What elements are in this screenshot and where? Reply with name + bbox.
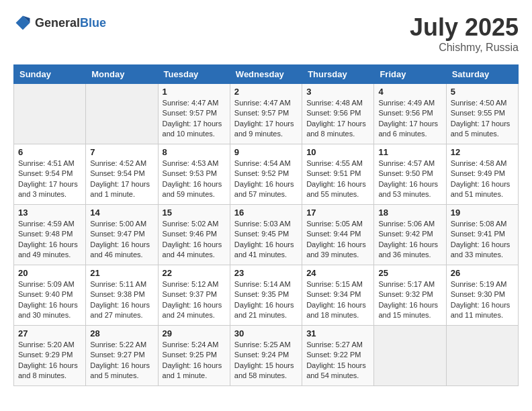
day-info: Sunrise: 4:48 AM Sunset: 9:56 PM Dayligh… [306, 98, 369, 140]
day-info: Sunrise: 4:49 AM Sunset: 9:56 PM Dayligh… [378, 98, 441, 140]
calendar-cell: 20Sunrise: 5:09 AM Sunset: 9:40 PM Dayli… [14, 265, 86, 326]
logo: GeneralBlue [13, 13, 106, 32]
calendar-cell: 24Sunrise: 5:15 AM Sunset: 9:34 PM Dayli… [302, 265, 374, 326]
day-info: Sunrise: 5:25 AM Sunset: 9:24 PM Dayligh… [234, 340, 298, 381]
weekday-sunday: Sunday [14, 65, 86, 84]
day-info: Sunrise: 5:08 AM Sunset: 9:41 PM Dayligh… [451, 219, 514, 261]
day-number: 16 [234, 208, 298, 218]
day-info: Sunrise: 5:02 AM Sunset: 9:46 PM Dayligh… [163, 219, 226, 261]
day-number: 2 [234, 87, 298, 97]
day-number: 23 [234, 268, 298, 278]
day-number: 12 [451, 147, 514, 157]
day-number: 28 [90, 328, 153, 338]
day-info: Sunrise: 5:20 AM Sunset: 9:29 PM Dayligh… [18, 340, 81, 381]
calendar-cell: 14Sunrise: 5:00 AM Sunset: 9:47 PM Dayli… [86, 205, 158, 265]
week-row-2: 6Sunrise: 4:51 AM Sunset: 9:54 PM Daylig… [14, 144, 519, 205]
calendar-cell [446, 326, 518, 386]
weekday-friday: Friday [374, 65, 446, 84]
day-info: Sunrise: 5:03 AM Sunset: 9:45 PM Dayligh… [234, 219, 298, 261]
calendar-location: Chishmy, Russia [410, 42, 519, 54]
weekday-wednesday: Wednesday [230, 65, 302, 84]
calendar-cell: 19Sunrise: 5:08 AM Sunset: 9:41 PM Dayli… [446, 205, 518, 265]
day-info: Sunrise: 4:52 AM Sunset: 9:54 PM Dayligh… [90, 158, 153, 200]
calendar-title: July 2025 [410, 13, 519, 42]
day-info: Sunrise: 4:50 AM Sunset: 9:55 PM Dayligh… [451, 98, 514, 140]
day-number: 22 [163, 268, 226, 278]
calendar-cell: 28Sunrise: 5:22 AM Sunset: 9:27 PM Dayli… [86, 326, 158, 386]
calendar-cell: 17Sunrise: 5:05 AM Sunset: 9:44 PM Dayli… [302, 205, 374, 265]
logo-icon [13, 13, 32, 32]
calendar-cell: 6Sunrise: 4:51 AM Sunset: 9:54 PM Daylig… [14, 144, 86, 205]
calendar-cell: 5Sunrise: 4:50 AM Sunset: 9:55 PM Daylig… [446, 84, 518, 144]
day-number: 13 [18, 208, 81, 218]
calendar-table: SundayMondayTuesdayWednesdayThursdayFrid… [13, 64, 519, 386]
calendar-cell: 3Sunrise: 4:48 AM Sunset: 9:56 PM Daylig… [302, 84, 374, 144]
weekday-saturday: Saturday [446, 65, 518, 84]
week-row-3: 13Sunrise: 4:59 AM Sunset: 9:48 PM Dayli… [14, 205, 519, 265]
calendar-cell: 4Sunrise: 4:49 AM Sunset: 9:56 PM Daylig… [374, 84, 446, 144]
day-info: Sunrise: 5:22 AM Sunset: 9:27 PM Dayligh… [90, 340, 153, 381]
week-row-1: 1Sunrise: 4:47 AM Sunset: 9:57 PM Daylig… [14, 84, 519, 144]
calendar-cell: 26Sunrise: 5:19 AM Sunset: 9:30 PM Dayli… [446, 265, 518, 326]
day-number: 7 [90, 147, 153, 157]
day-info: Sunrise: 5:00 AM Sunset: 9:47 PM Dayligh… [90, 219, 153, 261]
calendar-cell: 12Sunrise: 4:58 AM Sunset: 9:49 PM Dayli… [446, 144, 518, 205]
day-number: 19 [451, 208, 514, 218]
day-number: 30 [234, 328, 298, 338]
day-info: Sunrise: 5:09 AM Sunset: 9:40 PM Dayligh… [18, 279, 81, 321]
day-number: 9 [234, 147, 298, 157]
calendar-cell: 29Sunrise: 5:24 AM Sunset: 9:25 PM Dayli… [158, 326, 230, 386]
title-block: July 2025 Chishmy, Russia [410, 13, 519, 54]
day-info: Sunrise: 4:57 AM Sunset: 9:50 PM Dayligh… [378, 158, 441, 200]
day-number: 25 [378, 268, 441, 278]
day-number: 20 [18, 268, 81, 278]
day-number: 27 [18, 328, 81, 338]
calendar-cell: 30Sunrise: 5:25 AM Sunset: 9:24 PM Dayli… [230, 326, 302, 386]
calendar-cell: 1Sunrise: 4:47 AM Sunset: 9:57 PM Daylig… [158, 84, 230, 144]
day-info: Sunrise: 5:05 AM Sunset: 9:44 PM Dayligh… [306, 219, 369, 261]
calendar-cell: 25Sunrise: 5:17 AM Sunset: 9:32 PM Dayli… [374, 265, 446, 326]
weekday-tuesday: Tuesday [158, 65, 230, 84]
day-info: Sunrise: 4:47 AM Sunset: 9:57 PM Dayligh… [234, 98, 298, 140]
calendar-cell: 8Sunrise: 4:53 AM Sunset: 9:53 PM Daylig… [158, 144, 230, 205]
day-info: Sunrise: 4:51 AM Sunset: 9:54 PM Dayligh… [18, 158, 81, 200]
day-number: 5 [451, 87, 514, 97]
calendar-cell: 27Sunrise: 5:20 AM Sunset: 9:29 PM Dayli… [14, 326, 86, 386]
calendar-cell: 2Sunrise: 4:47 AM Sunset: 9:57 PM Daylig… [230, 84, 302, 144]
calendar-cell: 23Sunrise: 5:14 AM Sunset: 9:35 PM Dayli… [230, 265, 302, 326]
day-info: Sunrise: 4:59 AM Sunset: 9:48 PM Dayligh… [18, 219, 81, 261]
day-info: Sunrise: 4:47 AM Sunset: 9:57 PM Dayligh… [163, 98, 226, 140]
weekday-thursday: Thursday [302, 65, 374, 84]
day-number: 11 [378, 147, 441, 157]
day-info: Sunrise: 5:12 AM Sunset: 9:37 PM Dayligh… [163, 279, 226, 321]
day-info: Sunrise: 4:54 AM Sunset: 9:52 PM Dayligh… [234, 158, 298, 200]
weekday-header-row: SundayMondayTuesdayWednesdayThursdayFrid… [14, 65, 519, 84]
day-info: Sunrise: 5:19 AM Sunset: 9:30 PM Dayligh… [451, 279, 514, 321]
logo-blue: Blue [80, 16, 106, 30]
calendar-cell: 22Sunrise: 5:12 AM Sunset: 9:37 PM Dayli… [158, 265, 230, 326]
calendar-cell: 9Sunrise: 4:54 AM Sunset: 9:52 PM Daylig… [230, 144, 302, 205]
day-info: Sunrise: 5:06 AM Sunset: 9:42 PM Dayligh… [378, 219, 441, 261]
day-number: 15 [163, 208, 226, 218]
calendar-cell: 18Sunrise: 5:06 AM Sunset: 9:42 PM Dayli… [374, 205, 446, 265]
day-number: 31 [306, 328, 369, 338]
day-number: 18 [378, 208, 441, 218]
day-info: Sunrise: 4:53 AM Sunset: 9:53 PM Dayligh… [163, 158, 226, 200]
page-header: GeneralBlue July 2025 Chishmy, Russia [13, 13, 519, 54]
week-row-5: 27Sunrise: 5:20 AM Sunset: 9:29 PM Dayli… [14, 326, 519, 386]
calendar-cell [14, 84, 86, 144]
day-number: 21 [90, 268, 153, 278]
day-info: Sunrise: 5:17 AM Sunset: 9:32 PM Dayligh… [378, 279, 441, 321]
day-number: 26 [451, 268, 514, 278]
calendar-cell: 15Sunrise: 5:02 AM Sunset: 9:46 PM Dayli… [158, 205, 230, 265]
day-info: Sunrise: 4:55 AM Sunset: 9:51 PM Dayligh… [306, 158, 369, 200]
calendar-cell: 7Sunrise: 4:52 AM Sunset: 9:54 PM Daylig… [86, 144, 158, 205]
day-number: 29 [163, 328, 226, 338]
day-number: 10 [306, 147, 369, 157]
day-number: 14 [90, 208, 153, 218]
day-number: 8 [163, 147, 226, 157]
day-info: Sunrise: 5:24 AM Sunset: 9:25 PM Dayligh… [163, 340, 226, 381]
calendar-cell: 31Sunrise: 5:27 AM Sunset: 9:22 PM Dayli… [302, 326, 374, 386]
calendar-cell: 11Sunrise: 4:57 AM Sunset: 9:50 PM Dayli… [374, 144, 446, 205]
day-number: 6 [18, 147, 81, 157]
